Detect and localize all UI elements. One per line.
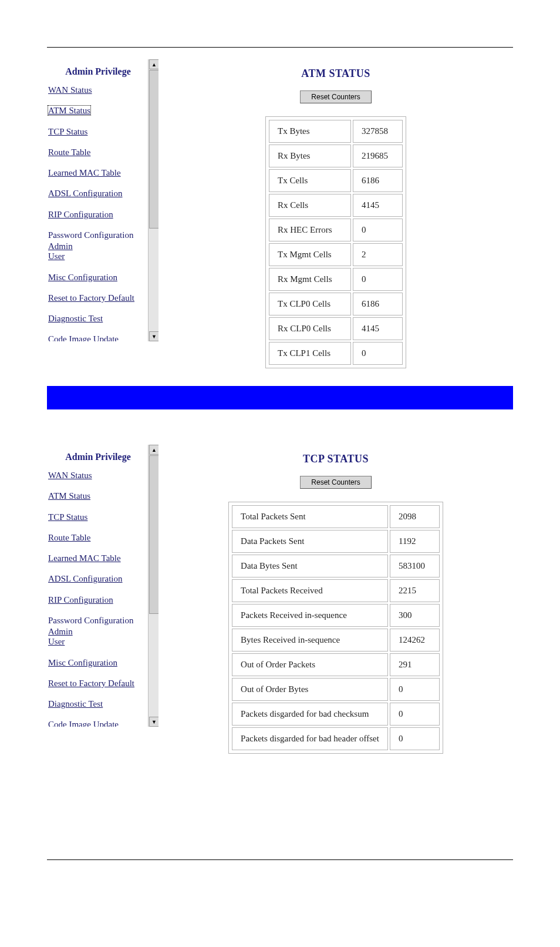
page-title: ATM STATUS xyxy=(301,68,370,80)
sidebar-subitem: User xyxy=(48,637,148,647)
sidebar-item: RIP Configuration xyxy=(48,210,148,220)
scroll-up-icon[interactable]: ▲ xyxy=(149,445,158,455)
stat-value: 327858 xyxy=(353,120,403,143)
sidebar-item: TCP Status xyxy=(48,127,148,137)
stat-label: Out of Order Packets xyxy=(232,653,388,676)
sidebar-link[interactable]: RIP Configuration xyxy=(48,595,113,605)
sidebar-item: Code Image Update xyxy=(48,334,148,341)
content-atm: ATM STATUS Reset Counters Tx Bytes327858… xyxy=(158,59,513,368)
sidebar-link[interactable]: TCP Status xyxy=(48,512,87,522)
scroll-down-icon[interactable]: ▼ xyxy=(149,331,158,341)
stat-value: 2098 xyxy=(390,505,440,528)
sidebar-link[interactable]: Diagnostic Test xyxy=(48,699,103,708)
atm-status-table: Tx Bytes327858Rx Bytes219685Tx Cells6186… xyxy=(265,116,406,368)
stat-value: 124262 xyxy=(390,629,440,652)
table-row: Data Packets Sent1192 xyxy=(232,530,440,553)
sidebar-sublink[interactable]: Admin xyxy=(48,627,73,636)
sidebar-sublink[interactable]: Admin xyxy=(48,241,73,251)
sidebar-link[interactable]: Misc Configuration xyxy=(48,658,117,667)
sidebar-link[interactable]: Code Image Update xyxy=(48,720,119,727)
sidebar-link[interactable]: TCP Status xyxy=(48,127,87,136)
stat-label: Packets disgarded for bad checksum xyxy=(232,703,388,726)
stat-label: Total Packets Received xyxy=(232,579,388,602)
sidebar-sublink[interactable]: User xyxy=(48,251,65,261)
sidebar-item: ADSL Configuration xyxy=(48,189,148,199)
stat-value: 583100 xyxy=(390,555,440,577)
stat-value: 1192 xyxy=(390,530,440,553)
panel-tcp: Admin Privilege WAN StatusATM StatusTCP … xyxy=(47,445,513,754)
sidebar-item: WAN Status xyxy=(48,85,148,95)
stat-value: 0 xyxy=(390,703,440,726)
sidebar-item: Reset to Factory Default xyxy=(48,293,148,303)
sidebar-link[interactable]: RIP Configuration xyxy=(48,210,113,219)
stat-value: 291 xyxy=(390,653,440,676)
reset-counters-button[interactable]: Reset Counters xyxy=(300,476,371,489)
scrollbar[interactable]: ▲ ▼ xyxy=(148,59,158,341)
stat-value: 6186 xyxy=(353,169,403,192)
sidebar-link[interactable]: Reset to Factory Default xyxy=(48,293,134,303)
sidebar-subitem: Admin xyxy=(48,241,148,251)
sidebar-item: Diagnostic Test xyxy=(48,314,148,324)
stat-label: Total Packets Sent xyxy=(232,505,388,528)
sidebar-link[interactable]: WAN Status xyxy=(48,85,92,95)
reset-counters-button[interactable]: Reset Counters xyxy=(300,90,371,103)
table-row: Packets disgarded for bad header offset0 xyxy=(232,727,440,750)
table-row: Tx CLP0 Cells6186 xyxy=(269,293,403,315)
sidebar-link[interactable]: WAN Status xyxy=(48,471,92,480)
table-row: Rx HEC Errors0 xyxy=(269,219,403,241)
table-row: Rx Mgmt Cells0 xyxy=(269,268,403,291)
sidebar-item: WAN Status xyxy=(48,471,148,481)
scroll-up-icon[interactable]: ▲ xyxy=(149,59,158,69)
stat-value: 0 xyxy=(390,727,440,750)
sidebar-link[interactable]: Route Table xyxy=(48,147,90,157)
sidebar-link[interactable]: Reset to Factory Default xyxy=(48,679,134,688)
scroll-thumb[interactable] xyxy=(149,455,158,614)
sidebar-item: Password ConfigurationAdminUser xyxy=(48,230,148,262)
sidebar-link[interactable]: ADSL Configuration xyxy=(48,189,123,198)
sidebar-sublink[interactable]: User xyxy=(48,637,65,646)
stat-value: 300 xyxy=(390,604,440,627)
stat-label: Tx CLP0 Cells xyxy=(269,293,351,315)
sidebar-item: RIP Configuration xyxy=(48,595,148,605)
sidebar-link[interactable]: Code Image Update xyxy=(48,334,119,341)
sidebar-link[interactable]: Learned MAC Table xyxy=(48,168,121,177)
sidebar-wrap-bottom: Admin Privilege WAN StatusATM StatusTCP … xyxy=(47,445,158,727)
sidebar-item: Reset to Factory Default xyxy=(48,679,148,689)
stat-label: Packets disgarded for bad header offset xyxy=(232,727,388,750)
stat-label: Tx Bytes xyxy=(269,120,351,143)
sidebar-item: Code Image Update xyxy=(48,720,148,727)
sidebar-link[interactable]: ATM Status xyxy=(48,491,90,501)
scroll-down-icon[interactable]: ▼ xyxy=(149,717,158,727)
stat-value: 2215 xyxy=(390,579,440,602)
sidebar-link[interactable]: ATM Status xyxy=(48,106,90,115)
scroll-thumb[interactable] xyxy=(149,70,158,229)
sidebar-item: ATM Status xyxy=(48,491,148,501)
stat-label: Rx Cells xyxy=(269,194,351,217)
sidebar-link[interactable]: Diagnostic Test xyxy=(48,314,103,323)
sidebar-item-heading: Password Configuration xyxy=(48,616,133,625)
table-row: Bytes Received in-sequence124262 xyxy=(232,629,440,652)
sidebar-link[interactable]: Learned MAC Table xyxy=(48,553,121,563)
spacer xyxy=(0,754,560,836)
table-row: Packets disgarded for bad checksum0 xyxy=(232,703,440,726)
table-row: Rx Cells4145 xyxy=(269,194,403,217)
sidebar-link[interactable]: Route Table xyxy=(48,533,90,542)
sidebar-nav: WAN StatusATM StatusTCP StatusRoute Tabl… xyxy=(48,85,148,341)
sidebar-item: TCP Status xyxy=(48,512,148,522)
stat-label: Tx Cells xyxy=(269,169,351,192)
table-row: Rx Bytes219685 xyxy=(269,145,403,167)
top-rule xyxy=(47,47,513,48)
sidebar-link[interactable]: Misc Configuration xyxy=(48,273,117,282)
sidebar-item: Misc Configuration xyxy=(48,658,148,668)
sidebar-item: Diagnostic Test xyxy=(48,699,148,709)
sidebar-sublist: AdminUser xyxy=(48,627,148,647)
sidebar-link[interactable]: ADSL Configuration xyxy=(48,574,123,583)
stat-value: 0 xyxy=(390,678,440,701)
table-row: Total Packets Sent2098 xyxy=(232,505,440,528)
scrollbar[interactable]: ▲ ▼ xyxy=(148,445,158,727)
stat-value: 4145 xyxy=(353,317,403,340)
sidebar-subitem: Admin xyxy=(48,627,148,637)
sidebar-item: Route Table xyxy=(48,147,148,157)
stat-label: Rx CLP0 Cells xyxy=(269,317,351,340)
table-row: Total Packets Received2215 xyxy=(232,579,440,602)
